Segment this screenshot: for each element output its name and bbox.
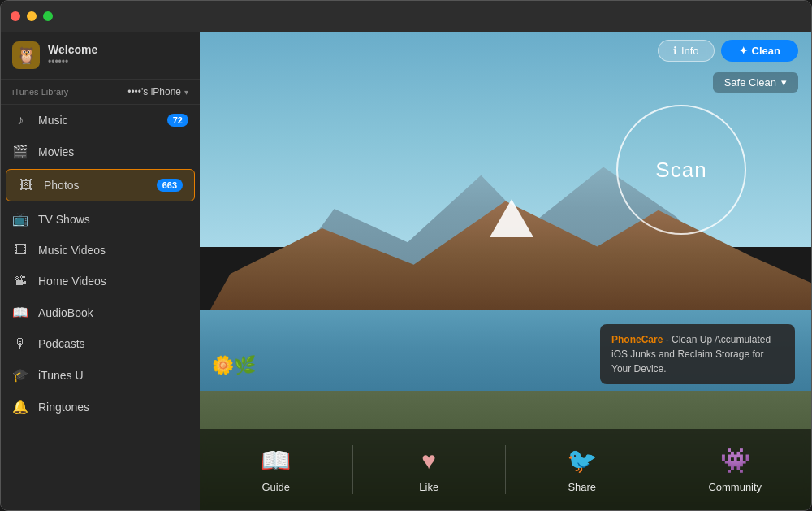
close-button[interactable] bbox=[11, 11, 20, 21]
sidebar-item-music-videos-label: Music Videos bbox=[38, 244, 188, 257]
photos-badge: 663 bbox=[157, 179, 183, 192]
scan-button[interactable]: Scan bbox=[616, 105, 746, 235]
iphone-name: ••••'s iPhone bbox=[127, 86, 181, 97]
sidebar-item-home-videos-label: Home Videos bbox=[38, 275, 188, 288]
action-community[interactable]: 👾 Community bbox=[659, 438, 812, 501]
title-bar bbox=[1, 1, 811, 32]
sidebar-header: 🦉 Welcome •••••• bbox=[1, 32, 200, 80]
podcasts-icon: 🎙 bbox=[12, 336, 28, 351]
sidebar-item-photos-label: Photos bbox=[44, 179, 147, 192]
music-icon: ♪ bbox=[12, 113, 28, 128]
sidebar-item-movies-label: Movies bbox=[38, 145, 188, 158]
safe-clean-label: Safe Clean bbox=[724, 76, 776, 89]
app-avatar: 🦉 bbox=[12, 41, 40, 69]
info-icon: ℹ bbox=[673, 45, 677, 57]
itunes-library-bar: iTunes Library ••••'s iPhone ▾ bbox=[1, 80, 200, 105]
sidebar-item-photos[interactable]: 🖼 Photos 663 bbox=[6, 169, 195, 201]
audiobook-icon: 📖 bbox=[12, 305, 28, 320]
photos-icon: 🖼 bbox=[18, 178, 34, 193]
top-bar: ℹ Info ✦ Clean bbox=[658, 40, 798, 62]
music-videos-icon: 🎞 bbox=[12, 243, 28, 258]
itunes-library-label: iTunes Library bbox=[12, 87, 68, 97]
sidebar-item-home-videos[interactable]: 📽 Home Videos bbox=[1, 266, 200, 297]
tooltip-box: PhoneCare - Clean Up Accumulated iOS Jun… bbox=[600, 324, 795, 384]
clean-button-label: Clean bbox=[752, 45, 780, 57]
tooltip-title: PhoneCare bbox=[611, 334, 663, 345]
sidebar-item-audiobook-label: AudioBook bbox=[38, 306, 188, 319]
sidebar-item-itunes-u-label: iTunes U bbox=[38, 369, 188, 382]
safe-clean-bar[interactable]: Safe Clean ▾ bbox=[713, 72, 798, 93]
ringtones-icon: 🔔 bbox=[12, 399, 28, 414]
iphone-selector[interactable]: ••••'s iPhone ▾ bbox=[127, 86, 188, 97]
clean-icon: ✦ bbox=[739, 45, 748, 57]
sidebar-item-tv-shows-label: TV Shows bbox=[38, 213, 188, 226]
app-window: 🦉 Welcome •••••• iTunes Library ••••'s i… bbox=[0, 0, 812, 511]
like-label: Like bbox=[419, 481, 438, 493]
username-text: •••••• bbox=[48, 56, 97, 67]
action-like[interactable]: ♥ Like bbox=[353, 439, 506, 501]
main-content: 🦉 Welcome •••••• iTunes Library ••••'s i… bbox=[1, 32, 811, 510]
sidebar-item-music[interactable]: ♪ Music 72 bbox=[1, 105, 200, 136]
community-label: Community bbox=[708, 481, 762, 493]
sidebar-item-tv-shows[interactable]: 📺 TV Shows bbox=[1, 203, 200, 235]
sidebar-item-movies[interactable]: 🎬 Movies bbox=[1, 136, 200, 167]
itunes-u-icon: 🎓 bbox=[12, 367, 28, 383]
traffic-lights bbox=[11, 11, 53, 21]
action-guide[interactable]: 📖 Guide bbox=[200, 438, 352, 501]
guide-label: Guide bbox=[261, 481, 290, 493]
right-panel: 🌼🌿 ℹ Info ✦ Clean Safe Clean ▾ Scan bbox=[200, 32, 811, 510]
sidebar-item-music-videos[interactable]: 🎞 Music Videos bbox=[1, 235, 200, 266]
info-button-label: Info bbox=[681, 45, 699, 57]
sidebar-item-ringtones[interactable]: 🔔 Ringtones bbox=[1, 391, 200, 422]
action-share[interactable]: 🐦 Share bbox=[506, 438, 659, 501]
community-icon: 👾 bbox=[720, 446, 750, 474]
flowers: 🌼🌿 bbox=[212, 355, 256, 376]
share-label: Share bbox=[568, 481, 596, 493]
sidebar: 🦉 Welcome •••••• iTunes Library ••••'s i… bbox=[1, 32, 200, 510]
maximize-button[interactable] bbox=[43, 11, 53, 21]
guide-icon: 📖 bbox=[261, 446, 291, 474]
like-icon: ♥ bbox=[421, 447, 436, 474]
info-button[interactable]: ℹ Info bbox=[658, 40, 715, 62]
movies-icon: 🎬 bbox=[12, 144, 28, 159]
home-videos-icon: 📽 bbox=[12, 274, 28, 288]
sidebar-item-podcasts[interactable]: 🎙 Podcasts bbox=[1, 328, 200, 359]
welcome-text: Welcome bbox=[48, 43, 97, 56]
sidebar-item-music-label: Music bbox=[38, 114, 158, 127]
safe-clean-chevron: ▾ bbox=[781, 76, 787, 89]
music-badge: 72 bbox=[167, 114, 188, 127]
tv-shows-icon: 📺 bbox=[12, 211, 28, 227]
minimize-button[interactable] bbox=[27, 11, 37, 21]
sidebar-item-itunes-u[interactable]: 🎓 iTunes U bbox=[1, 359, 200, 391]
sidebar-item-podcasts-label: Podcasts bbox=[38, 337, 188, 350]
scan-label: Scan bbox=[655, 158, 706, 183]
sidebar-item-audiobook[interactable]: 📖 AudioBook bbox=[1, 297, 200, 328]
bottom-action-bar: 📖 Guide ♥ Like 🐦 Share 👾 Community bbox=[200, 429, 811, 510]
clean-button[interactable]: ✦ Clean bbox=[721, 40, 798, 62]
sidebar-item-ringtones-label: Ringtones bbox=[38, 401, 188, 414]
share-icon: 🐦 bbox=[567, 446, 597, 474]
chevron-down-icon: ▾ bbox=[184, 88, 188, 97]
